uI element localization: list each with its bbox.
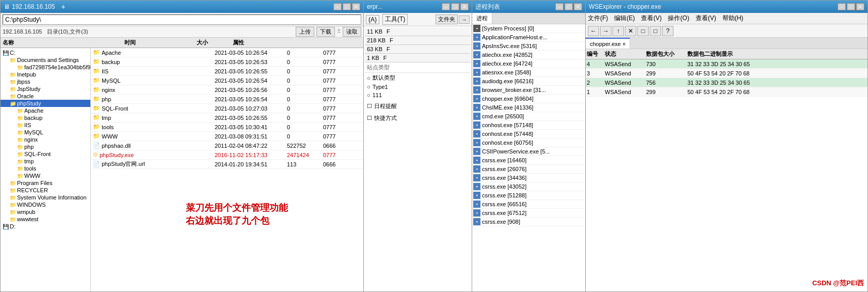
file-row[interactable]: 📄phpStudy官网.url 2014-01-20 19:34:51 113 … bbox=[91, 160, 363, 169]
ws-up-button[interactable]: ↑ bbox=[613, 26, 624, 36]
process-row[interactable]: ▪ csrss.exe [34436] bbox=[472, 174, 585, 182]
menu-operation[interactable]: 操作(O) bbox=[668, 14, 689, 23]
process-row[interactable]: ▪ csrss.exe [43052] bbox=[472, 182, 585, 191]
tree-item[interactable]: 📁fad7298754e1ea304bb5f9 bbox=[1, 64, 90, 71]
tree-item[interactable]: 📁wwwtest bbox=[1, 216, 90, 223]
process-row[interactable]: ▪ conhost.exe [60756] bbox=[472, 139, 585, 147]
read-button[interactable]: 读取 bbox=[343, 27, 361, 37]
tree-item[interactable]: 📁JspStudy bbox=[1, 85, 90, 93]
process-row[interactable]: ▪ ApplicationFrameHost.e... bbox=[472, 33, 585, 42]
menu-view[interactable]: 查看(V) bbox=[641, 14, 662, 23]
tree-item[interactable]: 📁tools bbox=[1, 165, 90, 172]
mid-minimize[interactable]: ─ bbox=[442, 3, 450, 10]
proc-minimize[interactable]: ─ bbox=[555, 3, 564, 10]
ws-forward-button[interactable]: → bbox=[600, 26, 612, 36]
process-row[interactable]: ▪ csrss.exe [908] bbox=[472, 218, 585, 226]
file-row[interactable]: 📁SQL-Front 2021-03-05 10:27:03 0 0777 bbox=[91, 104, 363, 113]
ws-btn2[interactable]: □ bbox=[650, 26, 661, 36]
type1-item[interactable]: ○ Type1 bbox=[365, 83, 471, 91]
mid-close[interactable]: ✕ bbox=[460, 3, 469, 10]
mid-tab-a[interactable]: (A) bbox=[366, 15, 379, 24]
type111-item[interactable]: ○ 111 bbox=[365, 91, 471, 99]
process-row[interactable]: ▪ csrss.exe [16460] bbox=[472, 156, 585, 165]
mid-tab-tool[interactable]: 工具(T) bbox=[382, 14, 408, 25]
tree-item[interactable]: 📁nginx bbox=[1, 136, 90, 143]
folder-button[interactable]: 文件夹 bbox=[436, 14, 458, 24]
menu-help[interactable]: 帮助(H) bbox=[722, 14, 744, 23]
process-row[interactable]: ▪ audiodg.exe [66216] bbox=[472, 77, 585, 86]
proc-maximize[interactable]: □ bbox=[565, 3, 573, 10]
file-row[interactable]: 📁WWW 2021-03-08 09:31:51 0 0777 bbox=[91, 132, 363, 141]
ws-data-row[interactable]: 2 WSASend 756 31 32 33 3D 25 34 30 65 bbox=[586, 78, 867, 87]
file-row[interactable]: 📁Apache 2021-03-05 10:26:54 0 0777 bbox=[91, 48, 363, 57]
download-button[interactable]: 下载 bbox=[316, 27, 335, 37]
tree-item[interactable]: 📁jbpss bbox=[1, 78, 90, 85]
file-row[interactable]: 📁IIS 2021-03-05 10:26:55 0 0777 bbox=[91, 67, 363, 76]
process-row[interactable]: ▪ csrss.exe [51288] bbox=[472, 191, 585, 200]
tree-item[interactable]: 💾C: bbox=[1, 49, 90, 56]
ws-data-row[interactable]: 3 WSASend 299 50 4F 53 54 20 2F 70 68 bbox=[586, 69, 867, 78]
ws-help-button[interactable]: ? bbox=[662, 26, 673, 36]
process-row[interactable]: ▪ csrss.exe [66516] bbox=[472, 200, 585, 209]
process-row[interactable]: ▪ [System Process] [0] bbox=[472, 24, 585, 33]
file-row[interactable]: 📁tmp 2021-03-05 10:26:55 0 0777 bbox=[91, 113, 363, 122]
proc-close[interactable]: ✕ bbox=[574, 3, 582, 10]
file-row[interactable]: 📁backup 2021-03-05 10:26:53 0 0777 bbox=[91, 57, 363, 67]
default-type-item[interactable]: ○ 默认类型 bbox=[365, 73, 471, 83]
ws-close[interactable]: ✕ bbox=[856, 3, 864, 10]
process-row[interactable]: ▪ csrss.exe [67512] bbox=[472, 209, 585, 218]
tree-item[interactable]: 📁WINDOWS bbox=[1, 201, 90, 208]
menu-view2[interactable]: 查看(V) bbox=[696, 14, 716, 23]
tree-item[interactable]: 📁tmp bbox=[1, 158, 90, 165]
process-row[interactable]: ▪ CSIIPowerService.exe [5... bbox=[472, 147, 585, 156]
tree-item[interactable]: 📁RECYCLER bbox=[1, 187, 90, 194]
process-row[interactable]: ▪ atiesnxx.exe [3548] bbox=[472, 68, 585, 77]
tree-item[interactable]: 📁Apache bbox=[1, 107, 90, 114]
file-row[interactable]: 📁php 2021-03-05 10:26:54 0 0777 bbox=[91, 95, 363, 104]
process-row[interactable]: ▪ ChsIME.exe [41336] bbox=[472, 103, 585, 112]
process-row[interactable]: ▪ conhost.exe [57148] bbox=[472, 121, 585, 130]
schedule-item[interactable]: ☐ 日程提醒 bbox=[365, 101, 471, 111]
tree-item[interactable]: 📁wmpub bbox=[1, 208, 90, 216]
file-row[interactable]: 📁tools 2021-03-05 10:30:41 0 0777 bbox=[91, 122, 363, 132]
process-row[interactable]: ▪ ApsInsSvc.exe [5316] bbox=[472, 42, 585, 51]
tree-item[interactable]: 📁backup bbox=[1, 114, 90, 121]
ws-minimize[interactable]: ─ bbox=[838, 3, 846, 10]
process-tab[interactable]: 进程 bbox=[472, 13, 492, 24]
menu-file[interactable]: 文件(F) bbox=[588, 14, 608, 23]
ws-data-row[interactable]: 1 WSASend 299 50 4F 53 54 20 2F 70 68 bbox=[586, 87, 867, 97]
process-row[interactable]: ▪ csrss.exe [26076] bbox=[472, 165, 585, 174]
tree-item[interactable]: 📁System Volume Information bbox=[1, 194, 90, 201]
arrow-button[interactable]: → bbox=[459, 16, 470, 24]
tree-item[interactable]: 📁phpStudy bbox=[1, 100, 90, 107]
process-row[interactable]: ▪ conhost.exe [57448] bbox=[472, 130, 585, 139]
tree-item[interactable]: 📁WWW bbox=[1, 172, 90, 179]
ws-tab-chopper[interactable]: chopper.exe × bbox=[586, 38, 630, 49]
tree-item[interactable]: 📁Program Files bbox=[1, 179, 90, 187]
ws-btn1[interactable]: □ bbox=[637, 26, 649, 36]
ws-back-button[interactable]: ← bbox=[588, 26, 599, 36]
tab-plus[interactable]: + bbox=[61, 3, 65, 11]
shortcut-item[interactable]: ☐ 快捷方式 bbox=[365, 113, 471, 123]
menu-edit[interactable]: 编辑(E) bbox=[614, 14, 635, 23]
process-row[interactable]: ▪ atiecfxx.exe [64724] bbox=[472, 59, 585, 68]
file-row[interactable]: ⚙phpStudy.exe 2016-11-02 15:17:33 247142… bbox=[91, 150, 363, 160]
upload-button[interactable]: 上传 bbox=[296, 27, 314, 37]
tree-item[interactable]: 📁Oracle bbox=[1, 93, 90, 100]
process-row[interactable]: ▪ chopper.exe [69604] bbox=[472, 95, 585, 103]
close-button[interactable]: ✕ bbox=[352, 3, 360, 10]
ws-data-row[interactable]: 4 WSASend 730 31 32 33 3D 25 34 30 65 bbox=[586, 59, 867, 69]
file-row[interactable]: 📁MySQL 2021-03-05 10:26:54 0 0777 bbox=[91, 76, 363, 85]
tree-item[interactable]: 📁Inetpub bbox=[1, 71, 90, 78]
address-input[interactable] bbox=[3, 14, 361, 25]
maximize-button[interactable]: □ bbox=[343, 3, 351, 10]
file-row[interactable]: 📁nginx 2021-03-05 10:26:56 0 0777 bbox=[91, 85, 363, 95]
tree-item[interactable]: 📁SQL-Front bbox=[1, 150, 90, 158]
tree-item[interactable]: 📁MySQL bbox=[1, 129, 90, 136]
process-row[interactable]: ▪ cmd.exe [26500] bbox=[472, 112, 585, 121]
tree-item[interactable]: 📁php bbox=[1, 143, 90, 150]
tree-item[interactable]: 📁Documents and Settings bbox=[1, 56, 90, 64]
tree-item[interactable]: 💾D: bbox=[1, 223, 90, 230]
file-row[interactable]: 📄phpshao.dll 2011-02-04 08:47:22 522752 … bbox=[91, 141, 363, 150]
ws-stop-button[interactable]: ✕ bbox=[625, 26, 636, 36]
